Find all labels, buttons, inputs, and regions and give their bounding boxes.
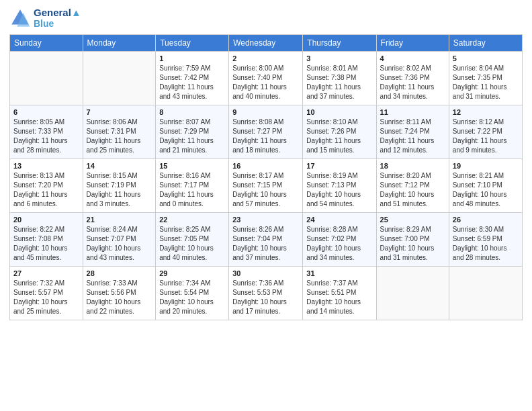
sunrise-text: Sunrise: 8:21 AM bbox=[453, 172, 504, 179]
sunrise-text: Sunrise: 8:19 AM bbox=[306, 172, 357, 179]
daylight-text: Daylight: 11 hours and 25 minutes. bbox=[87, 137, 141, 154]
calendar-cell: 27Sunrise: 7:32 AMSunset: 5:57 PMDayligh… bbox=[10, 267, 83, 320]
sunset-text: Sunset: 7:19 PM bbox=[87, 181, 136, 189]
calendar-cell: 28Sunrise: 7:33 AMSunset: 5:56 PMDayligh… bbox=[83, 267, 156, 320]
sunrise-text: Sunrise: 8:00 AM bbox=[232, 64, 283, 72]
sunset-text: Sunset: 5:53 PM bbox=[232, 289, 282, 296]
day-number: 11 bbox=[380, 108, 445, 116]
day-detail: Sunrise: 8:08 AMSunset: 7:27 PMDaylight:… bbox=[232, 118, 299, 155]
day-detail: Sunrise: 8:22 AMSunset: 7:08 PMDaylight:… bbox=[13, 225, 79, 263]
day-detail: Sunrise: 7:32 AMSunset: 5:57 PMDaylight:… bbox=[13, 279, 79, 316]
sunrise-text: Sunrise: 8:02 AM bbox=[380, 64, 431, 72]
sunset-text: Sunset: 7:33 PM bbox=[13, 128, 63, 135]
calendar-cell: 18Sunrise: 8:20 AMSunset: 7:12 PMDayligh… bbox=[376, 159, 449, 213]
calendar-cell: 17Sunrise: 8:19 AMSunset: 7:13 PMDayligh… bbox=[303, 159, 376, 213]
sunrise-text: Sunrise: 8:07 AM bbox=[159, 118, 210, 126]
sunrise-text: Sunrise: 7:37 AM bbox=[306, 279, 357, 287]
day-detail: Sunrise: 8:26 AMSunset: 7:04 PMDaylight:… bbox=[232, 225, 299, 263]
calendar-cell: 30Sunrise: 7:36 AMSunset: 5:53 PMDayligh… bbox=[229, 267, 303, 320]
sunset-text: Sunset: 7:15 PM bbox=[232, 181, 282, 189]
day-number: 15 bbox=[159, 162, 225, 170]
calendar-cell: 13Sunrise: 8:13 AMSunset: 7:20 PMDayligh… bbox=[10, 159, 83, 213]
calendar-week-1: 1Sunrise: 7:59 AMSunset: 7:42 PMDaylight… bbox=[10, 52, 523, 105]
sunset-text: Sunset: 7:04 PM bbox=[232, 235, 282, 242]
logo-icon bbox=[9, 7, 31, 29]
daylight-text: Daylight: 11 hours and 3 minutes. bbox=[87, 191, 141, 208]
sunset-text: Sunset: 5:51 PM bbox=[306, 289, 356, 296]
sunrise-text: Sunrise: 8:04 AM bbox=[453, 64, 504, 72]
calendar-cell: 14Sunrise: 8:15 AMSunset: 7:19 PMDayligh… bbox=[83, 159, 156, 213]
day-detail: Sunrise: 8:11 AMSunset: 7:24 PMDaylight:… bbox=[380, 118, 445, 155]
daylight-text: Daylight: 11 hours and 37 minutes. bbox=[306, 83, 361, 100]
day-detail: Sunrise: 8:19 AMSunset: 7:13 PMDaylight:… bbox=[306, 171, 372, 209]
sunrise-text: Sunrise: 8:13 AM bbox=[13, 172, 64, 179]
day-detail: Sunrise: 7:59 AMSunset: 7:42 PMDaylight:… bbox=[159, 64, 225, 101]
day-number: 3 bbox=[306, 54, 372, 62]
sunset-text: Sunset: 7:27 PM bbox=[232, 128, 282, 135]
day-header-sunday: Sunday bbox=[10, 35, 83, 52]
daylight-text: Daylight: 10 hours and 57 minutes. bbox=[232, 191, 287, 208]
day-detail: Sunrise: 8:12 AMSunset: 7:22 PMDaylight:… bbox=[453, 118, 519, 155]
day-detail: Sunrise: 8:07 AMSunset: 7:29 PMDaylight:… bbox=[159, 118, 225, 155]
day-detail: Sunrise: 8:25 AMSunset: 7:05 PMDaylight:… bbox=[159, 225, 225, 263]
daylight-text: Daylight: 10 hours and 17 minutes. bbox=[232, 298, 287, 315]
day-detail: Sunrise: 8:30 AMSunset: 6:59 PMDaylight:… bbox=[453, 225, 519, 263]
daylight-text: Daylight: 11 hours and 21 minutes. bbox=[159, 137, 214, 154]
calendar-cell: 21Sunrise: 8:24 AMSunset: 7:07 PMDayligh… bbox=[83, 213, 156, 267]
calendar-cell bbox=[10, 52, 83, 105]
calendar-header-row: SundayMondayTuesdayWednesdayThursdayFrid… bbox=[10, 35, 523, 52]
daylight-text: Daylight: 10 hours and 20 minutes. bbox=[159, 298, 214, 315]
sunset-text: Sunset: 7:13 PM bbox=[306, 181, 356, 189]
day-detail: Sunrise: 8:04 AMSunset: 7:35 PMDaylight:… bbox=[453, 64, 519, 101]
day-detail: Sunrise: 7:36 AMSunset: 5:53 PMDaylight:… bbox=[232, 279, 299, 316]
calendar-cell: 1Sunrise: 7:59 AMSunset: 7:42 PMDaylight… bbox=[156, 52, 229, 105]
logo: General▲ Blue bbox=[9, 7, 81, 29]
calendar-cell: 5Sunrise: 8:04 AMSunset: 7:35 PMDaylight… bbox=[449, 52, 522, 105]
day-number: 14 bbox=[87, 162, 152, 170]
day-detail: Sunrise: 8:10 AMSunset: 7:26 PMDaylight:… bbox=[306, 118, 372, 155]
day-number: 17 bbox=[306, 162, 372, 170]
day-detail: Sunrise: 7:33 AMSunset: 5:56 PMDaylight:… bbox=[87, 279, 152, 316]
sunrise-text: Sunrise: 8:20 AM bbox=[380, 172, 431, 179]
day-header-tuesday: Tuesday bbox=[156, 35, 229, 52]
day-number: 31 bbox=[306, 269, 372, 277]
day-number: 1 bbox=[159, 54, 225, 62]
daylight-text: Daylight: 11 hours and 40 minutes. bbox=[232, 83, 287, 100]
sunset-text: Sunset: 6:59 PM bbox=[453, 235, 502, 242]
sunrise-text: Sunrise: 8:25 AM bbox=[159, 226, 210, 233]
day-detail: Sunrise: 8:20 AMSunset: 7:12 PMDaylight:… bbox=[380, 171, 445, 209]
sunset-text: Sunset: 7:00 PM bbox=[380, 235, 430, 242]
calendar-cell: 16Sunrise: 8:17 AMSunset: 7:15 PMDayligh… bbox=[229, 159, 303, 213]
daylight-text: Daylight: 10 hours and 25 minutes. bbox=[13, 298, 68, 315]
sunrise-text: Sunrise: 8:24 AM bbox=[87, 226, 138, 233]
day-number: 28 bbox=[87, 269, 152, 277]
daylight-text: Daylight: 10 hours and 34 minutes. bbox=[306, 244, 361, 261]
daylight-text: Daylight: 11 hours and 28 minutes. bbox=[13, 137, 68, 154]
day-number: 4 bbox=[380, 54, 445, 62]
day-detail: Sunrise: 8:16 AMSunset: 7:17 PMDaylight:… bbox=[159, 171, 225, 209]
day-header-friday: Friday bbox=[376, 35, 449, 52]
sunset-text: Sunset: 7:36 PM bbox=[380, 74, 430, 81]
day-number: 19 bbox=[453, 162, 519, 170]
daylight-text: Daylight: 10 hours and 51 minutes. bbox=[380, 191, 435, 208]
day-number: 6 bbox=[13, 108, 79, 116]
daylight-text: Daylight: 11 hours and 18 minutes. bbox=[232, 137, 287, 154]
sunset-text: Sunset: 5:57 PM bbox=[13, 289, 63, 296]
calendar-cell: 23Sunrise: 8:26 AMSunset: 7:04 PMDayligh… bbox=[229, 213, 303, 267]
sunrise-text: Sunrise: 8:29 AM bbox=[380, 226, 431, 233]
sunrise-text: Sunrise: 7:34 AM bbox=[159, 279, 210, 287]
sunset-text: Sunset: 5:54 PM bbox=[159, 289, 209, 296]
calendar-cell: 26Sunrise: 8:30 AMSunset: 6:59 PMDayligh… bbox=[449, 213, 522, 267]
daylight-text: Daylight: 10 hours and 22 minutes. bbox=[87, 298, 141, 315]
day-number: 16 bbox=[232, 162, 299, 170]
day-detail: Sunrise: 8:15 AMSunset: 7:19 PMDaylight:… bbox=[87, 171, 152, 209]
calendar-cell: 15Sunrise: 8:16 AMSunset: 7:17 PMDayligh… bbox=[156, 159, 229, 213]
day-number: 23 bbox=[232, 216, 299, 224]
daylight-text: Daylight: 10 hours and 40 minutes. bbox=[159, 244, 214, 261]
day-detail: Sunrise: 7:34 AMSunset: 5:54 PMDaylight:… bbox=[159, 279, 225, 316]
day-number: 30 bbox=[232, 269, 299, 277]
calendar-cell: 29Sunrise: 7:34 AMSunset: 5:54 PMDayligh… bbox=[156, 267, 229, 320]
sunset-text: Sunset: 7:31 PM bbox=[87, 128, 136, 135]
daylight-text: Daylight: 11 hours and 15 minutes. bbox=[306, 137, 361, 154]
calendar-cell: 3Sunrise: 8:01 AMSunset: 7:38 PMDaylight… bbox=[303, 52, 376, 105]
